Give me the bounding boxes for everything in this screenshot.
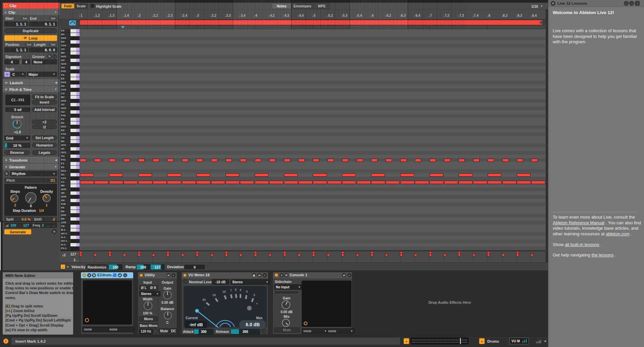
- ramp-from-value[interactable]: 100: [136, 264, 150, 270]
- transform-section-caret[interactable]: ◀: [55, 159, 57, 162]
- ezdrummer-map-field-2[interactable]: none: [108, 327, 135, 332]
- section-generate[interactable]: ∗ Generate ▼: [3, 164, 60, 170]
- pitch-row[interactable]: Pitch D1: [4, 178, 57, 183]
- phase-left-button[interactable]: Ø L: [139, 285, 148, 290]
- highlight-scale-checkbox[interactable]: [91, 4, 94, 8]
- lessons-link[interactable]: the lessons: [592, 252, 614, 257]
- unfold-window-icon[interactable]: ▣: [252, 273, 256, 277]
- loop-end-notch-icon[interactable]: [539, 20, 543, 25]
- signature-denominator[interactable]: 4: [22, 59, 30, 64]
- scroll-left-button[interactable]: ▲: [404, 338, 409, 344]
- save-preset-icon[interactable]: ▪: [263, 273, 267, 277]
- groove-extract-icon[interactable]: →: [52, 54, 57, 59]
- section-pitch-time[interactable]: ⇄ Pitch & Time ▼: [3, 86, 60, 93]
- split-value[interactable]: 0.0 %: [18, 217, 31, 221]
- collapse-panel-icon[interactable]: ◀: [544, 339, 546, 343]
- hot-swap-icon[interactable]: ⇄: [166, 273, 170, 277]
- vu-map-arrow-icon[interactable]: →: [261, 329, 266, 334]
- velocity-min[interactable]: 100: [10, 223, 16, 227]
- note-range-display[interactable]: C1 - F#1: [5, 95, 30, 105]
- start-value[interactable]: 1. 1. 1: [4, 21, 28, 26]
- freq-value[interactable]: 2: [42, 223, 44, 227]
- plugin-screen[interactable]: [83, 280, 132, 325]
- density-knob[interactable]: [43, 194, 51, 202]
- device-ezdrummer[interactable]: ▾ ⚒ EZdrum... ⇄ ▪ none none: [81, 272, 134, 335]
- randomize-amount[interactable]: 100: [108, 264, 122, 270]
- attack-value[interactable]: 300: [194, 329, 214, 334]
- randomize-button[interactable]: Randomize: [86, 264, 108, 270]
- section-clip[interactable]: ▸ Clip ▼: [3, 9, 60, 15]
- groove-value[interactable]: None: [32, 59, 57, 64]
- loop-brace[interactable]: [80, 20, 544, 25]
- shift-value[interactable]: -2: [44, 217, 55, 221]
- rhythm-select[interactable]: Rhythm▼: [10, 171, 57, 176]
- reverse-button[interactable]: Reverse: [4, 150, 30, 155]
- console-map-field-2[interactable]: none▼: [327, 328, 355, 334]
- console-title-bar[interactable]: ▾ ⚒ Console 1 ⇄ ▪: [273, 272, 352, 278]
- tab-envelopes[interactable]: Envelopes: [292, 3, 313, 9]
- position-value[interactable]: 1. 1. 1: [4, 47, 28, 52]
- bass-mono-freq[interactable]: 120 Hz: [139, 329, 153, 334]
- velocity-lane[interactable]: [80, 250, 546, 263]
- grid-select[interactable]: Grid▼: [4, 135, 30, 140]
- device-on-led[interactable]: [183, 274, 187, 277]
- wrench-icon[interactable]: ⚒: [284, 273, 288, 277]
- ezdrummer-title-bar[interactable]: ▾ ⚒ EZdrum... ⇄ ▪: [81, 272, 133, 278]
- console-map-field-1[interactable]: none▼: [302, 328, 329, 334]
- lane-fold-button[interactable]: ←: [61, 265, 65, 269]
- bass-audition-headphone-icon[interactable]: ∩: [153, 329, 158, 333]
- scale-button[interactable]: Scale: [75, 4, 87, 8]
- lesson-back-icon[interactable]: ←: [624, 1, 629, 6]
- steps-knob[interactable]: [10, 194, 18, 202]
- lane-select-caret[interactable]: ▼: [66, 266, 69, 269]
- generate-section-caret[interactable]: ▼: [54, 165, 57, 168]
- hot-swap-icon[interactable]: ⇄: [118, 273, 122, 277]
- vu-channel-select[interactable]: Stereo▼: [231, 279, 270, 285]
- width-knob[interactable]: [144, 301, 152, 310]
- device-fold-icon[interactable]: ▾: [87, 273, 91, 277]
- dc-button[interactable]: DC: [170, 328, 177, 334]
- grid-interval-caret[interactable]: ▼: [540, 5, 543, 8]
- scale-root-select[interactable]: C▼: [11, 72, 26, 77]
- release-value[interactable]: 300: [231, 329, 260, 334]
- device-vu-meter[interactable]: VU Meter-18 ▣ ⇄ ▪ → Nominal Level -18 dB…: [181, 272, 268, 335]
- lessons-link[interactable]: Ableton Reference Manual: [553, 220, 604, 225]
- tab-notes[interactable]: Notes: [272, 3, 291, 9]
- humanize-button[interactable]: Humanize: [32, 143, 57, 148]
- vu-current-value[interactable]: -inf dB: [185, 321, 207, 328]
- console-mute-btn[interactable]: Mute: [274, 328, 300, 333]
- humanize-amount[interactable]: 10 %: [4, 143, 30, 148]
- invert-button[interactable]: Invert: [32, 100, 57, 105]
- console-gain-knob[interactable]: [282, 300, 290, 309]
- sidechain-input-select[interactable]: No Input▼: [274, 284, 302, 290]
- freq-left-arrow-icon[interactable]: ←: [47, 223, 50, 227]
- scrub-marker-icon[interactable]: [121, 26, 125, 28]
- vu-mini-box[interactable]: VU M: [509, 338, 529, 344]
- stretch-half-button[interactable]: /2: [32, 125, 57, 129]
- start-set-button[interactable]: Set: [21, 16, 29, 20]
- deviation-value[interactable]: 0: [184, 264, 205, 270]
- freq-right-arrow-icon[interactable]: →: [52, 223, 55, 227]
- end-value[interactable]: 9. 1. 1: [29, 21, 57, 26]
- mini-keyboard-strip[interactable]: [411, 338, 468, 344]
- ezdrummer-map-field-1[interactable]: none: [82, 327, 108, 332]
- device-on-led[interactable]: [275, 273, 278, 277]
- balance-knob[interactable]: [164, 311, 172, 320]
- interval-value[interactable]: 0 sd: [5, 107, 30, 112]
- legato-button[interactable]: Legato: [32, 150, 57, 155]
- rhythm-refresh-icon[interactable]: ↻: [4, 171, 9, 176]
- launch-section-caret[interactable]: ◀: [55, 81, 57, 84]
- groove-commit-icon[interactable]: ↻: [47, 54, 52, 59]
- section-transform[interactable]: ∗ Transform ◀: [3, 157, 60, 163]
- device-fold-icon[interactable]: ▾: [280, 273, 284, 277]
- close-icon[interactable]: ×: [551, 1, 555, 6]
- scale-mode-select[interactable]: Major▼: [27, 72, 57, 77]
- duplicate-button[interactable]: Duplicate: [4, 28, 57, 33]
- fit-to-scale-button[interactable]: Fit to Scale: [32, 95, 57, 99]
- regenerate-icon[interactable]: ↻: [52, 229, 57, 234]
- save-preset-icon[interactable]: ▪: [347, 273, 351, 277]
- scale-icon[interactable]: ♭♯: [4, 72, 10, 77]
- save-preset-icon[interactable]: ▪: [171, 273, 176, 277]
- track-name-label[interactable]: Drums: [487, 339, 499, 343]
- clip-tab[interactable]: Clip: [3, 3, 60, 9]
